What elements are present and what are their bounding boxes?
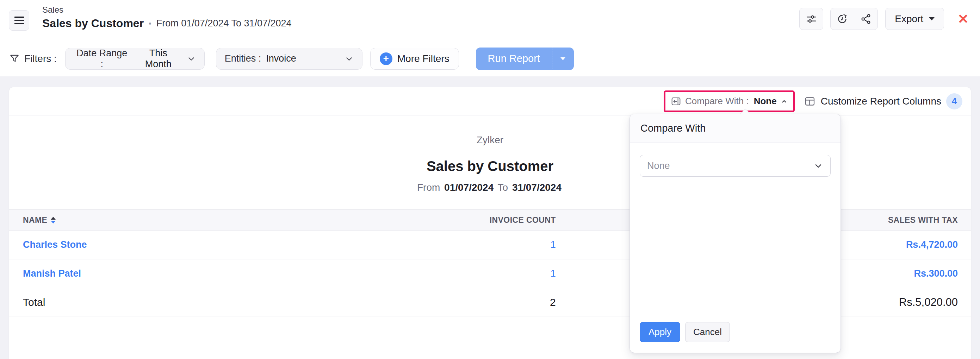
header-date-range: From 01/07/2024 To 31/07/2024 (156, 18, 292, 29)
filters-label: Filters : (24, 53, 57, 64)
breadcrumb: Sales (42, 5, 292, 15)
period-to-date: 31/07/2024 (512, 182, 562, 193)
customize-columns-label: Customize Report Columns (821, 96, 941, 107)
popup-title: Compare With (630, 114, 840, 143)
customize-columns-button[interactable]: Customize Report Columns 4 (804, 93, 963, 110)
title-block: Sales Sales by Customer • From 01/07/202… (42, 5, 292, 30)
close-report-button[interactable]: ✕ (958, 12, 969, 26)
run-report-button[interactable]: Run Report (476, 48, 552, 70)
export-label: Export (895, 13, 923, 25)
compare-with-highlight-box: Compare With : None (663, 91, 795, 112)
title-separator-dot: • (149, 19, 151, 28)
page-title: Sales by Customer (42, 17, 144, 30)
funnel-icon (9, 53, 20, 64)
customer-link[interactable]: Charles Stone (23, 239, 87, 250)
filter-bar: Filters : Date Range : This Month Entiti… (0, 41, 980, 76)
columns-count-badge: 4 (946, 93, 963, 110)
filters-label-group: Filters : (9, 53, 57, 64)
chevron-down-icon (929, 17, 935, 21)
compare-with-select[interactable]: None (640, 155, 830, 177)
chevron-down-icon (187, 54, 196, 64)
period-from-date: 01/07/2024 (444, 182, 493, 193)
run-report-dropdown-button[interactable] (552, 48, 574, 70)
cancel-button[interactable]: Cancel (685, 322, 730, 342)
run-report-split-button: Run Report (476, 48, 574, 70)
more-filters-label: More Filters (397, 53, 450, 64)
compare-panel-icon (670, 96, 682, 107)
compare-with-select-value: None (647, 160, 670, 172)
chevron-down-icon (560, 57, 565, 60)
refresh-history-button[interactable] (830, 8, 854, 30)
period-from-label: From (417, 182, 440, 193)
apply-button[interactable]: Apply (640, 322, 680, 342)
column-header-name[interactable]: NAME (23, 215, 303, 225)
table-columns-icon (804, 95, 816, 107)
popup-footer: Apply Cancel (630, 314, 840, 353)
top-header: Sales Sales by Customer • From 01/07/202… (0, 0, 980, 41)
entities-value: Invoice (266, 53, 296, 64)
total-invoice-count: 2 (303, 296, 556, 308)
column-header-invoice-count[interactable]: INVOICE COUNT (303, 215, 556, 225)
chevron-down-icon (813, 161, 823, 171)
report-toolbar: Compare With : None Customize Report Col… (9, 87, 971, 116)
close-icon: ✕ (958, 12, 969, 26)
hamburger-icon (14, 16, 24, 24)
chevron-up-icon (780, 97, 788, 105)
date-range-value: This Month (135, 48, 182, 70)
hamburger-menu-button[interactable] (9, 10, 29, 31)
share-icon (860, 13, 872, 25)
date-range-label: Date Range : (74, 48, 130, 70)
share-button[interactable] (854, 8, 878, 30)
popup-body: None (630, 143, 840, 314)
plus-circle-icon: + (380, 52, 393, 65)
report-preferences-button[interactable] (799, 8, 823, 30)
app-root: Sales Sales by Customer • From 01/07/202… (0, 0, 980, 359)
header-actions: Export ✕ (799, 8, 969, 30)
compare-with-button[interactable]: Compare With : None (665, 92, 793, 111)
more-filters-button[interactable]: + More Filters (370, 48, 459, 70)
invoice-count-cell[interactable]: 1 (303, 239, 556, 250)
compare-with-label: Compare With : (685, 96, 749, 106)
entities-filter[interactable]: Entities : Invoice (216, 48, 363, 70)
invoice-count-cell[interactable]: 1 (303, 268, 556, 279)
date-range-filter[interactable]: Date Range : This Month (65, 48, 205, 70)
sliders-icon (805, 13, 817, 25)
export-button[interactable]: Export (885, 8, 944, 30)
refresh-share-group (830, 8, 878, 30)
entities-label: Entities : (225, 53, 261, 64)
total-label: Total (23, 296, 303, 308)
sort-icon[interactable] (51, 217, 56, 224)
period-to-label: To (498, 182, 508, 193)
compare-with-popup: Compare With None Apply Cancel (630, 114, 841, 353)
compare-with-value: None (754, 96, 777, 106)
customer-link[interactable]: Manish Patel (23, 268, 81, 279)
content-background: Compare With : None Customize Report Col… (0, 76, 980, 359)
chevron-down-icon (345, 54, 354, 64)
refresh-history-icon (836, 13, 848, 25)
